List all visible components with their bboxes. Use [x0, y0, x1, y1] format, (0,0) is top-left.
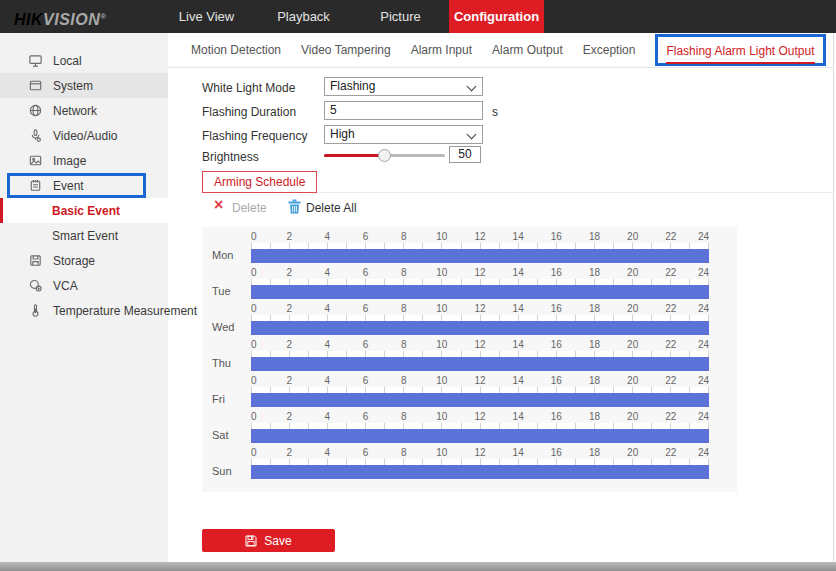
- tab-flashing-alarm-light-output[interactable]: Flashing Alarm Light Output: [666, 44, 814, 64]
- sidebar-item-smart-event[interactable]: Smart Event: [0, 223, 168, 248]
- storage-icon: [28, 253, 43, 268]
- sidebar-item-network[interactable]: Network: [0, 98, 168, 123]
- tab-motion-detection[interactable]: Motion Detection: [191, 43, 281, 57]
- save-button[interactable]: Save: [202, 529, 335, 552]
- hour-tick-label: 8: [401, 267, 407, 278]
- hour-tick-label: 2: [286, 231, 292, 242]
- nav-tab-live-view[interactable]: Live View: [158, 0, 255, 33]
- hour-tick-label: 8: [401, 339, 407, 350]
- mic-icon: [28, 128, 43, 143]
- slider-handle[interactable]: [378, 149, 391, 162]
- timeline: 024681012141618202224: [251, 374, 709, 407]
- hour-tick-label: 20: [627, 267, 638, 278]
- sidebar-item-video-audio[interactable]: Video/Audio: [0, 123, 168, 148]
- hour-tick-label: 6: [363, 303, 369, 314]
- hour-tick-label: 16: [551, 267, 562, 278]
- hour-tick-label: 8: [401, 375, 407, 386]
- sidebar-item-temperature-measurement[interactable]: Temperature Measurement: [0, 298, 168, 323]
- hour-tick-label: 22: [665, 447, 676, 458]
- hour-tick-label: 22: [665, 267, 676, 278]
- flashing-frequency-select[interactable]: High: [324, 125, 483, 144]
- hour-tick-label: 20: [627, 447, 638, 458]
- hour-tick-label: 20: [627, 231, 638, 242]
- day-label: Wed: [212, 321, 234, 333]
- sidebar-item-label: Network: [53, 104, 97, 118]
- hour-scale: 024681012141618202224: [251, 266, 709, 279]
- logo-text-red: HIK: [14, 11, 43, 28]
- trash-icon[interactable]: [288, 199, 301, 214]
- hour-tick-label: 6: [363, 339, 369, 350]
- white-light-mode-select[interactable]: Flashing: [324, 77, 483, 96]
- hour-tick-label: 4: [325, 411, 331, 422]
- hour-tick-label: 10: [436, 303, 447, 314]
- hour-tick-label: 24: [698, 267, 709, 278]
- thermometer-icon: [28, 303, 43, 318]
- hour-tick-label: 10: [436, 339, 447, 350]
- schedule-bar-track[interactable]: [251, 321, 709, 335]
- delete-button[interactable]: Delete: [232, 201, 267, 215]
- schedule-bar[interactable]: [251, 429, 709, 443]
- schedule-bar-track[interactable]: [251, 249, 709, 263]
- hour-tick-label: 0: [251, 267, 257, 278]
- schedule-bar[interactable]: [251, 321, 709, 335]
- hour-tick-label: 18: [589, 375, 600, 386]
- nav-tab-configuration[interactable]: Configuration: [449, 0, 544, 33]
- hour-tick-label: 12: [474, 231, 485, 242]
- schedule-bar[interactable]: [251, 285, 709, 299]
- schedule-bar-track[interactable]: [251, 285, 709, 299]
- arming-schedule-button[interactable]: Arming Schedule: [202, 171, 317, 193]
- hour-tick-label: 8: [401, 303, 407, 314]
- hour-tick-label: 12: [474, 411, 485, 422]
- sidebar: LocalSystemNetworkVideo/AudioImageEventB…: [0, 33, 168, 562]
- sidebar-item-event[interactable]: Event: [0, 173, 168, 198]
- sidebar-item-vca[interactable]: VCA: [0, 273, 168, 298]
- schedule-bar-track[interactable]: [251, 393, 709, 407]
- nav-tab-playback[interactable]: Playback: [255, 0, 352, 33]
- hour-tick-label: 12: [474, 303, 485, 314]
- schedule-row-sat: Sat024681012141618202224: [202, 410, 737, 446]
- hour-tick-label: 16: [551, 411, 562, 422]
- annotation-highlight-box: Flashing Alarm Light Output: [655, 34, 825, 66]
- hour-tick-label: 16: [551, 375, 562, 386]
- hour-tick-label: 8: [401, 411, 407, 422]
- hour-tick-label: 4: [325, 231, 331, 242]
- sidebar-item-basic-event[interactable]: Basic Event: [0, 198, 168, 223]
- hour-tick-label: 12: [474, 375, 485, 386]
- vca-icon: [28, 278, 43, 293]
- tab-alarm-output[interactable]: Alarm Output: [492, 43, 563, 57]
- schedule-bar[interactable]: [251, 357, 709, 371]
- schedule-bar-track[interactable]: [251, 465, 709, 479]
- hikvision-logo: HIKVISION®: [14, 0, 107, 33]
- hour-tick-label: 20: [627, 411, 638, 422]
- x-delete-icon[interactable]: ×: [214, 197, 223, 213]
- brightness-slider[interactable]: [324, 149, 445, 162]
- sidebar-item-system[interactable]: System: [0, 73, 168, 98]
- brightness-value[interactable]: 50: [449, 146, 481, 163]
- schedule-bar[interactable]: [251, 249, 709, 263]
- delete-all-button[interactable]: Delete All: [306, 201, 357, 215]
- sidebar-item-local[interactable]: Local: [0, 48, 168, 73]
- tab-video-tampering[interactable]: Video Tampering: [301, 43, 391, 57]
- hour-tick-label: 2: [286, 411, 292, 422]
- tab-exception[interactable]: Exception: [583, 43, 636, 57]
- schedule-bar[interactable]: [251, 465, 709, 479]
- hour-scale: 024681012141618202224: [251, 410, 709, 423]
- schedule-bar-track[interactable]: [251, 357, 709, 371]
- hour-tick-label: 22: [665, 339, 676, 350]
- schedule-bar[interactable]: [251, 393, 709, 407]
- schedule-row-thu: Thu024681012141618202224: [202, 338, 737, 374]
- hour-tick-label: 0: [251, 411, 257, 422]
- day-label: Sun: [212, 465, 232, 477]
- sidebar-item-image[interactable]: Image: [0, 148, 168, 173]
- flashing-duration-input[interactable]: 5: [324, 101, 483, 120]
- sidebar-item-storage[interactable]: Storage: [0, 248, 168, 273]
- tab-alarm-input[interactable]: Alarm Input: [411, 43, 472, 57]
- hour-tick-label: 6: [363, 231, 369, 242]
- top-navigation: HIKVISION® Live ViewPlaybackPictureConfi…: [0, 0, 836, 33]
- hour-tick-label: 8: [401, 447, 407, 458]
- nav-tab-picture[interactable]: Picture: [352, 0, 449, 33]
- schedule-bar-track[interactable]: [251, 429, 709, 443]
- hour-tick-label: 14: [513, 375, 524, 386]
- hour-tick-label: 10: [436, 231, 447, 242]
- hour-tick-label: 18: [589, 303, 600, 314]
